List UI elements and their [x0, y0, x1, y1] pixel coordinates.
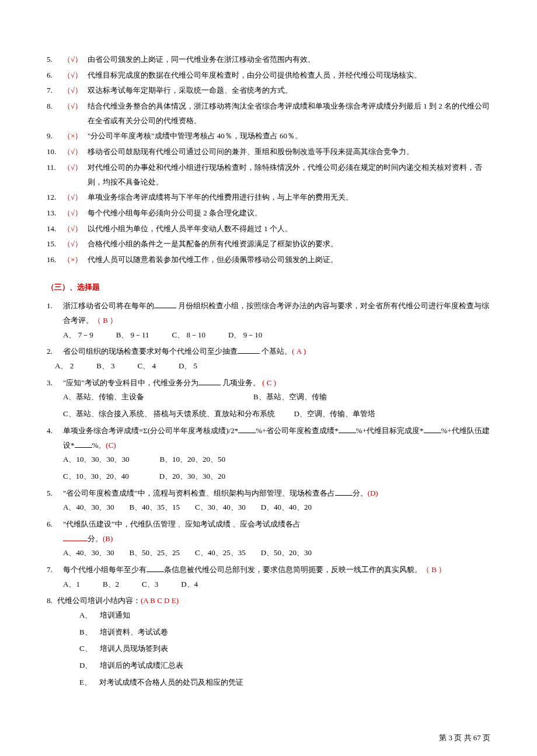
tf-mark: （√）	[63, 83, 88, 98]
blank-fill	[335, 487, 353, 496]
option-c: C、 培训人员现场签到表	[47, 642, 490, 656]
blank-fill	[238, 346, 260, 354]
tf-item-16: 16. （×） 代维人员可以随意着装参加代维工作，但必须佩带移动公司颁发的上岗证…	[47, 253, 490, 267]
tf-text: 双达标考试每年定期举行，采取统一命题、全省统考的方式。	[88, 83, 292, 98]
options-row-1: A、基站、传输、主设备 B、基站、空调、传输	[47, 390, 490, 405]
tf-text: "分公司半年度考核"成绩中管理考核占 40％，现场检查占 60％。	[88, 129, 302, 144]
blank-fill	[63, 533, 88, 541]
item-number: 3.	[47, 376, 63, 391]
tf-item-8: 8. （√） 结合代维业务整合的具体情况，浙江移动将淘汰全省综合考评成绩和单项业…	[47, 99, 490, 128]
blank-fill	[154, 300, 176, 308]
answer-mark: (B)	[103, 534, 113, 543]
question-text: 代维公司培训小结内容：(A B C D E)	[57, 594, 490, 608]
options: A、1 B、2 C、3 D、4	[47, 577, 490, 592]
blank-fill	[75, 440, 92, 448]
item-number: 16.	[47, 253, 63, 267]
tf-item-11: 11. （√） 对代维公司的办事处和代维小组进行现场检查时，除特殊情况外，代维公…	[47, 161, 490, 189]
tf-item-6: 6. （√） 代维目标完成度的数据在代维公司年度检查时，由分公司提供给检查人员，…	[47, 68, 490, 83]
blank-fill	[424, 425, 441, 433]
item-number: 6.	[47, 68, 63, 83]
item-number: 15.	[47, 237, 63, 252]
q-text-post: 分。	[353, 489, 368, 497]
q-text-pre: "省公司年度检查成绩"中，流程与资料检查、组织架构与内部管理、现场检查各占	[63, 489, 335, 497]
option-d: D、 培训后的考试成绩汇总表	[47, 659, 490, 673]
tf-text: 结合代维业务整合的具体情况，浙江移动将淘汰全省综合考评成绩和单项业务综合考评成绩…	[88, 99, 490, 128]
item-number: 8.	[47, 99, 63, 128]
q-text-line1: "代维队伍建设"中，代维队伍管理 、应知考试成绩 、应会考试成绩各占	[63, 520, 301, 528]
item-number: 4.	[47, 424, 63, 452]
item-number: 14.	[47, 222, 63, 236]
tf-item-10: 10. （√） 移动省公司鼓励现有代维公司通过公司间的兼并、重组和股份制改造等手…	[47, 145, 490, 159]
answer-mark: ( C )	[262, 378, 276, 387]
mc-item-3: 3. "应知"考试的专业科目中，代维业务分为 几项业务。 ( C ) A、基站、…	[47, 376, 490, 421]
q-seg-2: %+省公司年度检查成绩*	[256, 426, 339, 435]
option-d: D、空调、传输、单管塔	[294, 409, 375, 418]
tf-text: 对代维公司的办事处和代维小组进行现场检查时，除特殊情况外，代维公司必须在规定的时…	[88, 161, 490, 189]
item-number: 13.	[47, 206, 63, 221]
mc-item-2: 2. 省公司组织的现场检查要求对每个代维公司至少抽查 个基站。( A ) A、 …	[47, 344, 490, 373]
question-text: 浙江移动省公司将在每年的 月份组织检查小组，按照综合考评办法的内容与要求，对全省…	[63, 299, 490, 328]
option-a: A、基站、传输、主设备	[63, 392, 144, 401]
q-text-pre: 浙江移动省公司将在每年的	[63, 301, 154, 310]
answer-mark: （ B ）	[422, 565, 446, 574]
options: A、 2 B、 3 C、 4 D、 5	[47, 359, 490, 374]
answer-mark: ( A )	[292, 347, 306, 356]
option-e: E、 对考试成绩不合格人员的处罚及相应的凭证	[47, 675, 490, 690]
options-row-2: C、基站、综合接入系统、 搭梳与天馈系统、直放站和分布系统 D、空调、传输、单管…	[47, 407, 490, 421]
options-row-2: C、10、30、20、40 D、20、30、30、20	[47, 469, 490, 484]
question-text: 省公司组织的现场检查要求对每个代维公司至少抽查 个基站。( A )	[63, 344, 490, 359]
blank-fill	[198, 377, 221, 385]
option-b: B、 培训资料、考试试卷	[47, 625, 490, 640]
true-false-list: 5. （√） 由省公司颁发的上岗证，同一代维业务在浙江移动全省范围内有效。 6.…	[47, 53, 490, 267]
blank-fill	[147, 564, 164, 572]
tf-mark: （√）	[63, 68, 88, 83]
mc-item-1: 1. 浙江移动省公司将在每年的 月份组织检查小组，按照综合考评办法的内容与要求，…	[47, 299, 490, 342]
tf-item-14: 14. （√） 以代维小组为单位，代维人员半年变动人数不得超过 1 个人。	[47, 222, 490, 236]
q-text-post: 分。	[88, 534, 103, 543]
mc-item-4: 4. 单项业务综合考评成绩=Σ(分公司半年度考核成绩)/2*%+省公司年度检查成…	[47, 424, 490, 484]
answer-mark: (D)	[368, 489, 378, 497]
item-number: 1.	[47, 299, 63, 328]
page-footer: 第 3 页 共 67 页	[47, 731, 490, 745]
tf-text: 代维人员可以随意着装参加代维工作，但必须佩带移动公司颁发的上岗证。	[88, 253, 338, 267]
tf-mark: （√）	[63, 237, 88, 252]
tf-item-12: 12. （√） 单项业务综合考评成绩将与下半年的代维费用进行挂钩，与上半年的费用…	[47, 190, 490, 205]
tf-item-7: 7. （√） 双达标考试每年定期举行，采取统一命题、全省统考的方式。	[47, 83, 490, 98]
q-text: 代维公司培训小结内容：	[57, 596, 141, 605]
q-text-pre: 每个代维小组每年至少有	[63, 565, 147, 574]
options: A、40、30、30 B、50、25、25 C、40、25、35 D、50、20…	[47, 546, 490, 560]
answer-mark: (C)	[106, 441, 116, 450]
tf-text: 移动省公司鼓励现有代维公司通过公司间的兼并、重组和股份制改造等手段来提高其综合竞…	[88, 145, 414, 159]
q-text-pre: 省公司组织的现场检查要求对每个代维公司至少抽查	[63, 347, 238, 356]
mc-item-7: 7. 每个代维小组每年至少有条信息被代维公司总部刊发，要求信息简明扼要，反映一线…	[47, 563, 490, 591]
tf-mark: （√）	[63, 190, 88, 205]
tf-mark: （√）	[63, 99, 88, 128]
tf-text: 每个代维小组每年必须向分公司提 2 条合理化建议。	[88, 206, 262, 221]
tf-mark: （√）	[63, 222, 88, 236]
question-text: 每个代维小组每年至少有条信息被代维公司总部刊发，要求信息简明扼要，反映一线工作的…	[63, 563, 490, 577]
question-text: "省公司年度检查成绩"中，流程与资料检查、组织架构与内部管理、现场检查各占分。(…	[63, 486, 490, 501]
question-text: "代维队伍建设"中，代维队伍管理 、应知考试成绩 、应会考试成绩各占 分。(B)	[63, 517, 490, 546]
blank-fill	[238, 425, 256, 433]
option-c: C、基站、综合接入系统、 搭梳与天馈系统、直放站和分布系统	[63, 409, 275, 418]
mc-item-6: 6. "代维队伍建设"中，代维队伍管理 、应知考试成绩 、应会考试成绩各占 分。…	[47, 517, 490, 560]
options-row-1: A、10、30、30、30 B、10、20、20、50	[47, 452, 490, 467]
tf-item-9: 9. （×） "分公司半年度考核"成绩中管理考核占 40％，现场检查占 60％。	[47, 129, 490, 144]
tf-text: 由省公司颁发的上岗证，同一代维业务在浙江移动全省范围内有效。	[88, 53, 315, 67]
tf-mark: （√）	[63, 206, 88, 221]
q-seg-3: %+代维目标完成度*	[356, 426, 424, 435]
q-text-post: 个基站。	[260, 347, 292, 356]
tf-text: 合格代维小组的条件之一是其配备的所有代维资源满足了框架协议的要求。	[88, 237, 338, 252]
tf-text: 以代维小组为单位，代维人员半年变动人数不得超过 1 个人。	[88, 222, 292, 236]
answer-mark: (A B C D E)	[141, 596, 179, 605]
item-number: 5.	[47, 53, 63, 67]
q-seg-5: %。	[92, 441, 106, 450]
q-seg-1: 单项业务综合考评成绩=Σ(分公司半年度考核成绩)/2*	[63, 426, 238, 435]
item-number: 12.	[47, 190, 63, 205]
question-text: 单项业务综合考评成绩=Σ(分公司半年度考核成绩)/2*%+省公司年度检查成绩*%…	[63, 424, 490, 452]
item-number: 9.	[47, 129, 63, 144]
item-number: 7.	[47, 563, 63, 577]
options: A、 7－9 B、 9－11 C、 8－10 D、 9－10	[47, 328, 490, 343]
tf-item-15: 15. （√） 合格代维小组的条件之一是其配备的所有代维资源满足了框架协议的要求…	[47, 237, 490, 252]
tf-mark: （×）	[63, 253, 88, 267]
